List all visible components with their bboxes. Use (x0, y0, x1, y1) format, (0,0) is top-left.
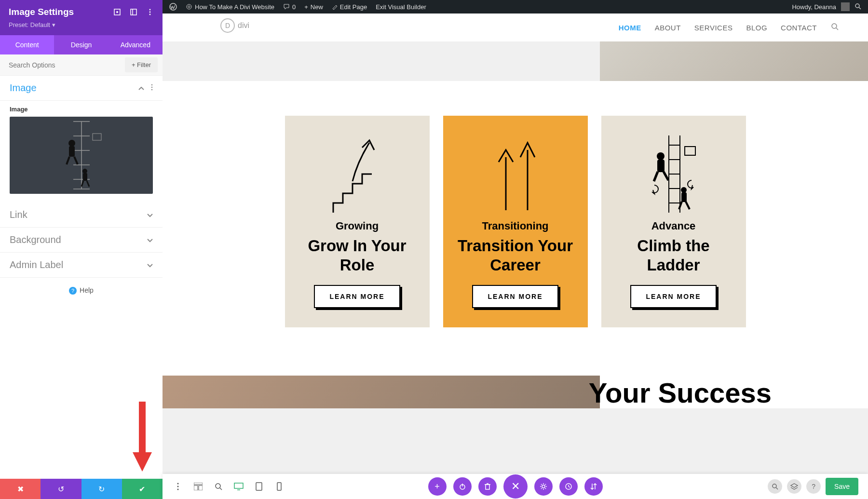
chevron-down-icon (147, 211, 153, 219)
accordion-link-title: Link (10, 209, 27, 220)
learn-more-button[interactable]: LEARN MORE (472, 285, 558, 308)
sidebar-footer: ✖ ↺ ↻ ✔ (0, 479, 163, 499)
chevron-down-icon (147, 261, 153, 270)
chevron-down-icon (147, 236, 153, 244)
svg-point-30 (188, 6, 190, 8)
ladder-climb-icon (647, 133, 700, 215)
svg-rect-54 (194, 483, 203, 485)
svg-line-79 (569, 486, 570, 487)
svg-point-33 (832, 24, 837, 28)
accordion-admin-label[interactable]: Admin Label (0, 253, 163, 278)
card-advance: Advance Climb the Ladder LEARN MORE (601, 116, 746, 327)
save-button[interactable]: Save (826, 478, 858, 495)
svg-point-7 (151, 84, 153, 85)
close-builder-button[interactable]: ✕ (503, 474, 528, 499)
site-name[interactable]: How To Make A Divi Website (186, 3, 274, 11)
nav-home[interactable]: HOME (619, 24, 641, 32)
nav-about[interactable]: ABOUT (655, 24, 681, 32)
svg-rect-56 (199, 486, 203, 490)
double-arrows-icon (484, 133, 547, 215)
sidebar-title: Image Settings (9, 7, 74, 17)
add-button[interactable]: + (428, 477, 447, 496)
layers-button[interactable] (787, 479, 801, 494)
help-link[interactable]: ?Help (0, 278, 163, 303)
help-button[interactable]: ? (806, 479, 821, 494)
svg-point-21 (82, 169, 87, 174)
nav-search-icon[interactable] (830, 22, 839, 33)
sort-button[interactable] (584, 477, 603, 496)
history-button[interactable] (559, 477, 578, 496)
svg-rect-44 (657, 160, 665, 172)
learn-more-button[interactable]: LEARN MORE (630, 285, 716, 308)
hero-strip (163, 41, 868, 81)
learn-more-button[interactable]: LEARN MORE (314, 285, 400, 308)
nav-blog[interactable]: BLOG (746, 24, 767, 32)
tablet-view-icon[interactable] (253, 481, 265, 492)
comments-link[interactable]: 0 (283, 3, 296, 11)
nav-contact[interactable]: CONTACT (781, 24, 817, 32)
avatar[interactable] (841, 2, 850, 11)
more-icon[interactable] (146, 8, 154, 16)
svg-line-74 (545, 488, 546, 489)
search-icon[interactable] (854, 3, 861, 11)
more-icon[interactable] (151, 84, 153, 93)
settings-button[interactable] (534, 477, 553, 496)
svg-point-29 (187, 4, 191, 9)
exit-vb-link[interactable]: Exit Visual Builder (376, 3, 426, 11)
cancel-button[interactable]: ✖ (0, 479, 41, 499)
svg-point-5 (149, 12, 151, 13)
search-input[interactable] (0, 55, 125, 75)
svg-point-51 (177, 483, 179, 485)
wireframe-icon[interactable] (192, 481, 204, 492)
filter-button[interactable]: + Filter (125, 57, 158, 72)
svg-point-9 (151, 89, 153, 90)
site-logo[interactable]: Ddivi (220, 18, 249, 33)
preset-selector[interactable]: Preset: Default ▾ (0, 21, 163, 35)
image-preview[interactable] (10, 117, 153, 194)
annotation-arrow (130, 402, 154, 474)
sidebar-header: Image Settings (0, 0, 163, 21)
new-link[interactable]: + New (304, 3, 323, 11)
builder-toolbar: + ✕ ? Save (163, 474, 868, 499)
wp-logo-icon[interactable] (169, 3, 177, 11)
trash-button[interactable] (478, 477, 497, 496)
howdy-user[interactable]: Howdy, Deanna (792, 3, 836, 11)
nav-services[interactable]: SERVICES (694, 24, 733, 32)
svg-point-57 (216, 484, 220, 488)
svg-point-53 (177, 489, 179, 490)
chevron-up-icon (138, 84, 144, 93)
svg-point-68 (542, 485, 545, 488)
accordion-background-title: Background (10, 234, 61, 245)
svg-rect-48 (681, 192, 687, 202)
accordion-admin-label-title: Admin Label (10, 259, 63, 270)
svg-line-76 (545, 484, 546, 485)
tab-advanced[interactable]: Advanced (108, 35, 163, 54)
zoom-icon[interactable] (213, 481, 224, 492)
svg-rect-65 (486, 485, 489, 489)
edit-page-link[interactable]: Edit Page (332, 3, 367, 11)
svg-point-4 (149, 9, 151, 11)
power-button[interactable] (453, 477, 472, 496)
svg-line-46 (664, 172, 668, 180)
accordion-background[interactable]: Background (0, 228, 163, 253)
redo-button[interactable]: ↻ (81, 479, 122, 499)
accordion-image[interactable]: Image (0, 76, 163, 101)
card-eyebrow: Advance (651, 220, 696, 232)
tab-design[interactable]: Design (54, 35, 108, 54)
svg-point-17 (68, 140, 75, 147)
svg-line-45 (654, 172, 658, 181)
dock-icon[interactable] (130, 8, 137, 16)
accordion-link[interactable]: Link (0, 202, 163, 228)
tab-content[interactable]: Content (0, 35, 54, 54)
search-button[interactable] (768, 479, 782, 494)
main-canvas: How To Make A Divi Website 0 + New Edit … (163, 0, 868, 499)
svg-point-8 (151, 86, 153, 88)
responsive-icon[interactable] (113, 8, 121, 16)
desktop-view-icon[interactable] (233, 481, 244, 492)
undo-button[interactable]: ↺ (41, 479, 81, 499)
settings-tabs: Content Design Advanced (0, 35, 163, 54)
phone-view-icon[interactable] (273, 481, 285, 492)
search-row: + Filter (0, 54, 163, 76)
confirm-button[interactable]: ✔ (122, 479, 163, 499)
menu-icon[interactable] (172, 481, 184, 492)
